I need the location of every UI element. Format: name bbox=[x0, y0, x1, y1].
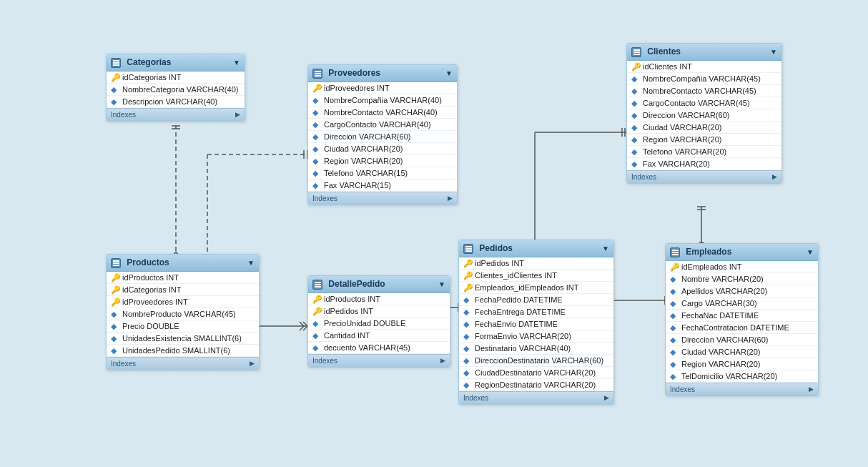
fk-icon: 🔑 bbox=[463, 283, 472, 292]
diamond-icon: ◆ bbox=[463, 332, 472, 340]
table-proveedores-header[interactable]: Proveedores ▼ bbox=[308, 65, 457, 82]
field-row: ◆Fax VARCHAR(15) bbox=[308, 180, 457, 192]
fk-icon: 🔑 bbox=[463, 271, 472, 280]
table-pedidos-arrow[interactable]: ▼ bbox=[602, 245, 609, 252]
diamond-icon: ◆ bbox=[670, 299, 679, 308]
table-empleados-arrow[interactable]: ▼ bbox=[807, 248, 814, 256]
field-row: ◆FechaPedido DATETIME bbox=[459, 294, 613, 306]
indexes-arrow: ▶ bbox=[250, 360, 255, 367]
indexes-empleados[interactable]: Indexes ▶ bbox=[666, 383, 818, 395]
table-icon bbox=[631, 47, 641, 57]
diamond-icon: ◆ bbox=[631, 111, 640, 119]
field-row: 🔑idProveedores INT bbox=[107, 296, 259, 308]
diamond-icon: ◆ bbox=[463, 356, 472, 365]
table-productos-arrow[interactable]: ▼ bbox=[247, 259, 255, 267]
table-icon bbox=[463, 244, 473, 254]
field-row: 🔑 idCategorias INT bbox=[107, 72, 245, 84]
field-row: ◆FechaEntrega DATETIME bbox=[459, 306, 613, 318]
diamond-icon: ◆ bbox=[631, 147, 640, 156]
diamond-icon: ◆ bbox=[111, 334, 119, 343]
table-detallepedido-arrow[interactable]: ▼ bbox=[438, 280, 445, 288]
indexes-arrow: ▶ bbox=[440, 357, 445, 364]
field-row: ◆CargoContacto VARCHAR(40) bbox=[308, 119, 457, 131]
field-row: ◆NombreProducto VARCHAR(45) bbox=[107, 308, 259, 320]
field-row: ◆Fax VARCHAR(20) bbox=[627, 158, 781, 170]
field-row: 🔑idProductos INT bbox=[107, 272, 259, 284]
diamond-icon: ◆ bbox=[312, 319, 321, 328]
field-row: ◆Ciudad VARCHAR(20) bbox=[666, 346, 818, 358]
field-row: ◆Cargo VARCHAR(30) bbox=[666, 298, 818, 310]
table-categorias-title: Categorias bbox=[127, 57, 171, 67]
table-pedidos[interactable]: Pedidos ▼ 🔑idPedidos INT 🔑Clientes_idCli… bbox=[458, 240, 614, 405]
key-icon: 🔑 bbox=[312, 295, 321, 303]
table-proveedores[interactable]: Proveedores ▼ 🔑idProveedores INT ◆Nombre… bbox=[307, 64, 458, 205]
indexes-label: Indexes bbox=[111, 111, 136, 119]
field-row: 🔑idProductos INT bbox=[308, 293, 450, 305]
table-proveedores-arrow[interactable]: ▼ bbox=[445, 69, 453, 77]
indexes-arrow: ▶ bbox=[809, 385, 814, 393]
table-categorias-arrow[interactable]: ▼ bbox=[233, 59, 240, 67]
table-productos[interactable]: Productos ▼ 🔑idProductos INT 🔑idCategori… bbox=[106, 254, 260, 370]
indexes-productos[interactable]: Indexes ▶ bbox=[107, 357, 259, 370]
table-detallepedido-header[interactable]: DetallePedido ▼ bbox=[308, 276, 450, 293]
field-row: 🔑idCategorias INT bbox=[107, 284, 259, 296]
table-detallepedido[interactable]: DetallePedido ▼ 🔑idProductos INT 🔑idPedi… bbox=[307, 275, 450, 368]
diamond-icon: ◆ bbox=[631, 135, 640, 144]
field-row: ◆DireccionDestinatario VARCHAR(60) bbox=[459, 355, 613, 367]
diamond-icon: ◆ bbox=[463, 295, 472, 304]
field-row: ◆Direccion VARCHAR(60) bbox=[627, 109, 781, 122]
diamond-icon: ◆ bbox=[670, 311, 679, 320]
table-categorias[interactable]: Categorias ▼ 🔑 idCategorias INT ◆ Nombre… bbox=[106, 54, 245, 122]
diamond-icon: ◆ bbox=[111, 322, 119, 330]
field-row: 🔑idPedidos INT bbox=[308, 305, 450, 318]
diamond-icon: ◆ bbox=[670, 323, 679, 332]
table-clientes-arrow[interactable]: ▼ bbox=[770, 48, 777, 56]
field-row: ◆Direccion VARCHAR(60) bbox=[308, 131, 457, 143]
indexes-clientes[interactable]: Indexes ▶ bbox=[627, 170, 781, 183]
diamond-icon: ◆ bbox=[631, 99, 640, 107]
indexes-detallepedido[interactable]: Indexes ▶ bbox=[308, 354, 450, 367]
key-icon: 🔑 bbox=[111, 73, 119, 82]
table-icon bbox=[312, 280, 322, 290]
table-productos-header[interactable]: Productos ▼ bbox=[107, 255, 259, 272]
diamond-icon: ◆ bbox=[463, 320, 472, 328]
field-row: ◆Apellidos VARCHAR(20) bbox=[666, 285, 818, 298]
field-row: ◆Precio DOUBLE bbox=[107, 320, 259, 333]
indexes-pedidos[interactable]: Indexes ▶ bbox=[459, 391, 613, 404]
field-row: ◆Destinatario VARCHAR(40) bbox=[459, 343, 613, 355]
field-row: ◆ NombreCategoria VARCHAR(40) bbox=[107, 84, 245, 96]
table-pedidos-title: Pedidos bbox=[479, 243, 513, 253]
table-proveedores-title: Proveedores bbox=[328, 68, 380, 78]
diamond-icon: ◆ bbox=[312, 157, 321, 165]
table-pedidos-header[interactable]: Pedidos ▼ bbox=[459, 240, 613, 257]
table-productos-title: Productos bbox=[127, 257, 169, 267]
diamond-icon: ◆ bbox=[312, 108, 321, 117]
table-clientes-header[interactable]: Clientes ▼ bbox=[627, 44, 781, 61]
table-empleados-header[interactable]: Empleados ▼ bbox=[666, 244, 818, 261]
table-empleados[interactable]: Empleados ▼ 🔑idEmpleados INT ◆Nombre VAR… bbox=[665, 243, 819, 396]
field-row: ◆Region VARCHAR(20) bbox=[308, 155, 457, 167]
table-clientes[interactable]: Clientes ▼ 🔑idClientes INT ◆NombreCompañ… bbox=[626, 43, 782, 184]
field-row: ◆Telefono VARCHAR(20) bbox=[627, 146, 781, 158]
diamond-icon: ◆ bbox=[670, 360, 679, 368]
diamond-icon: ◆ bbox=[631, 159, 640, 168]
indexes-label: Indexes bbox=[463, 394, 488, 402]
field-row: ◆PrecioUnidad DOUBLE bbox=[308, 318, 450, 330]
diamond-icon: ◆ bbox=[312, 132, 321, 141]
table-detallepedido-title: DetallePedido bbox=[328, 279, 385, 289]
diamond-icon: ◆ bbox=[111, 310, 119, 318]
diagram-canvas: Categorias ▼ 🔑 idCategorias INT ◆ Nombre… bbox=[0, 0, 868, 467]
field-row: ◆Nombre VARCHAR(20) bbox=[666, 273, 818, 285]
field-row: ◆ Descripcion VARCHAR(40) bbox=[107, 96, 245, 108]
indexes-categorias[interactable]: Indexes ▶ bbox=[107, 108, 245, 121]
diamond-icon: ◆ bbox=[670, 275, 679, 283]
indexes-label: Indexes bbox=[312, 195, 337, 202]
field-row: ◆NombreCompañia VARCHAR(45) bbox=[627, 73, 781, 85]
indexes-label: Indexes bbox=[312, 357, 337, 365]
field-row: ◆Telefono VARCHAR(15) bbox=[308, 167, 457, 180]
indexes-proveedores[interactable]: Indexes ▶ bbox=[308, 192, 457, 205]
table-categorias-header[interactable]: Categorias ▼ bbox=[107, 54, 245, 72]
diamond-icon: ◆ bbox=[463, 308, 472, 316]
diamond-icon: ◆ bbox=[670, 335, 679, 344]
table-clientes-title: Clientes bbox=[647, 46, 681, 56]
